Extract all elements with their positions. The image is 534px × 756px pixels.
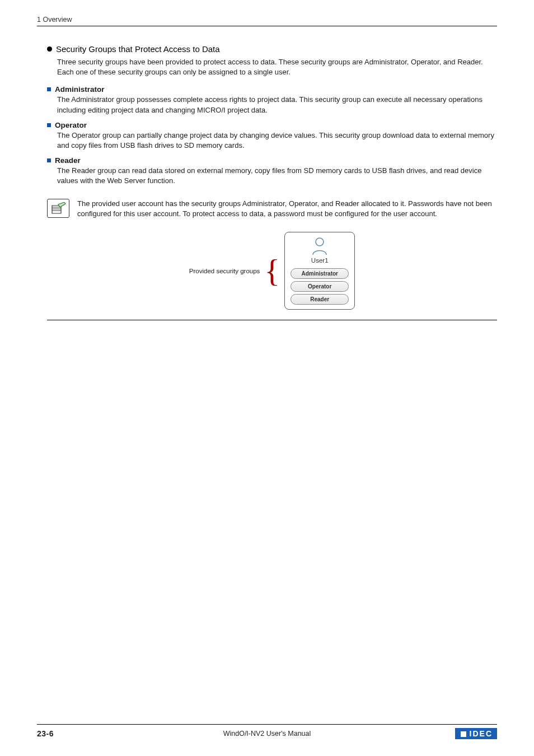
- group-operator: Operator The Operator group can partiall…: [47, 121, 497, 151]
- group-heading-text: Reader: [55, 156, 81, 165]
- group-heading: Reader: [47, 156, 497, 165]
- section-intro: Three security groups have been provided…: [57, 57, 497, 77]
- manual-name: WindO/I-NV2 User's Manual: [223, 730, 311, 738]
- user-icon: [310, 237, 330, 256]
- note-text: The provided user account has the securi…: [77, 199, 497, 220]
- group-desc: The Administrator group possesses comple…: [57, 95, 497, 115]
- group-heading-text: Operator: [55, 121, 87, 129]
- group-heading: Operator: [47, 121, 497, 129]
- group-desc: The Operator group can partially change …: [57, 130, 497, 151]
- group-heading-text: Administrator: [55, 85, 105, 94]
- section-title: Security Groups that Protect Access to D…: [47, 44, 497, 54]
- group-administrator: Administrator The Administrator group po…: [47, 85, 497, 115]
- chip-reader: Reader: [291, 294, 349, 305]
- chip-administrator: Administrator: [291, 268, 349, 279]
- brace-icon: {: [264, 256, 280, 286]
- page-content: Security Groups that Protect Access to D…: [37, 26, 497, 320]
- section-title-text: Security Groups that Protect Access to D…: [56, 44, 220, 54]
- note-icon: [47, 199, 69, 218]
- provided-groups-label: Provided security groups: [189, 268, 260, 274]
- diagram: Provided security groups { User1 Adminis…: [47, 232, 497, 320]
- group-heading: Administrator: [47, 85, 497, 94]
- group-reader: Reader The Reader group can read data st…: [47, 156, 497, 186]
- section-rule: [47, 320, 497, 320]
- page-number: 23-6: [37, 729, 54, 738]
- note-block: The provided user account has the securi…: [47, 199, 497, 220]
- brand-logo: IDEC: [455, 728, 497, 739]
- page-footer: 23-6 WindO/I-NV2 User's Manual IDEC: [37, 724, 497, 739]
- svg-point-0: [316, 238, 324, 246]
- user-box: User1 Administrator Operator Reader: [284, 232, 355, 310]
- running-header: 1 Overview: [37, 16, 497, 26]
- group-desc: The Reader group can read data stored on…: [57, 166, 497, 186]
- user-name-label: User1: [311, 257, 329, 264]
- chip-operator: Operator: [291, 281, 349, 292]
